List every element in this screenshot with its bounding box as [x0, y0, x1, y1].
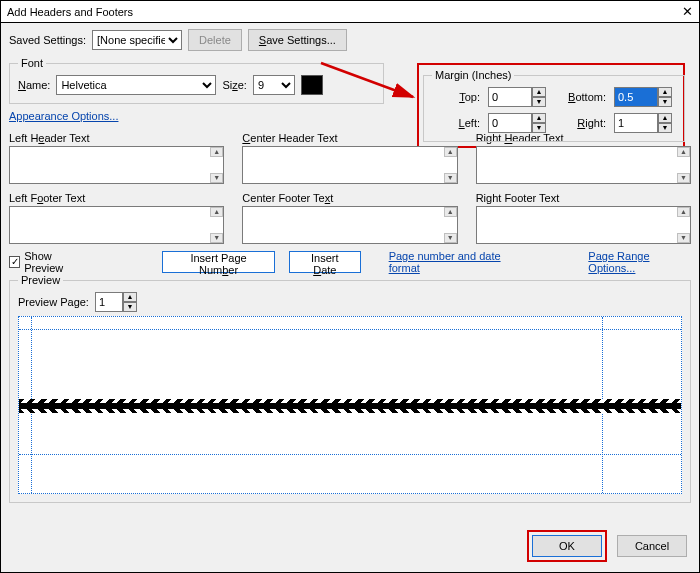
margin-right-spinner[interactable]: ▲▼ — [614, 113, 676, 133]
margin-top-input[interactable] — [488, 87, 532, 107]
font-color-swatch[interactable] — [301, 75, 323, 95]
cancel-button[interactable]: Cancel — [617, 535, 687, 557]
delete-button[interactable]: Delete — [188, 29, 242, 51]
spinner-arrows[interactable]: ▲▼ — [532, 113, 546, 133]
font-legend: Font — [18, 57, 46, 69]
save-settings-button[interactable]: Save Settings... — [248, 29, 347, 51]
show-preview-checkbox[interactable]: ✓ Show Preview — [9, 250, 88, 274]
left-header-cell: Left Header Text ▲▼ — [9, 132, 224, 184]
insert-page-number-button[interactable]: Insert Page Number — [162, 251, 275, 273]
left-header-label: Left Header Text — [9, 132, 224, 144]
margin-left-input[interactable] — [488, 113, 532, 133]
center-footer-cell: Center Footer Text ▲▼ — [242, 192, 457, 244]
margin-grid: Top: ▲▼ Bottom: ▲▼ Left: ▲▼ R — [432, 87, 676, 133]
page-range-options-link[interactable]: Page Range Options... — [588, 250, 691, 274]
spinner-arrows[interactable]: ▲▼ — [658, 87, 672, 107]
margin-legend: Margin (Inches) — [432, 69, 514, 81]
preview-page-input[interactable] — [95, 292, 123, 312]
mid-row: ✓ Show Preview Insert Page Number Insert… — [9, 250, 691, 274]
font-size-label: Size: — [222, 79, 246, 91]
dialog-buttons: OK Cancel — [527, 530, 687, 562]
margin-fieldset: Margin (Inches) Top: ▲▼ Bottom: ▲▼ Left: — [423, 69, 685, 142]
right-footer-label: Right Footer Text — [476, 192, 691, 204]
right-header-textarea[interactable]: ▲▼ — [476, 146, 691, 184]
center-footer-textarea[interactable]: ▲▼ — [242, 206, 457, 244]
left-footer-textarea[interactable]: ▲▼ — [9, 206, 224, 244]
font-area: Font Name: Helvetica Size: 9 Appearance … — [9, 57, 384, 122]
spinner-arrows[interactable]: ▲▼ — [658, 113, 672, 133]
appearance-options-link[interactable]: Appearance Options... — [9, 110, 118, 122]
center-footer-label: Center Footer Text — [242, 192, 457, 204]
preview-fieldset: Preview Preview Page: ▲▼ — [9, 274, 691, 503]
preview-guide-bottom — [19, 454, 681, 455]
ok-highlight-box: OK — [527, 530, 607, 562]
preview-header-row: Preview Page: ▲▼ — [18, 292, 682, 312]
page-number-format-link[interactable]: Page number and date format — [389, 250, 524, 274]
spinner-arrows[interactable]: ▲▼ — [532, 87, 546, 107]
preview-page-break-icon — [19, 401, 681, 411]
right-footer-textarea[interactable]: ▲▼ — [476, 206, 691, 244]
dialog-content: Saved Settings: [None specified] Delete … — [1, 23, 699, 572]
margin-right-input[interactable] — [614, 113, 658, 133]
margin-left-label: Left: — [432, 117, 480, 129]
saved-settings-row: Saved Settings: [None specified] Delete … — [9, 29, 691, 51]
preview-page-spinner[interactable]: ▲▼ — [95, 292, 137, 312]
left-footer-cell: Left Footer Text ▲▼ — [9, 192, 224, 244]
preview-page-label: Preview Page: — [18, 296, 89, 308]
show-preview-label: Show Preview — [24, 250, 88, 274]
window-title: Add Headers and Footers — [7, 6, 133, 18]
insert-date-button[interactable]: Insert Date — [289, 251, 361, 273]
center-header-textarea[interactable]: ▲▼ — [242, 146, 457, 184]
saved-settings-select[interactable]: [None specified] — [92, 30, 182, 50]
font-name-label: Name: — [18, 79, 50, 91]
font-size-select[interactable]: 9 — [253, 75, 295, 95]
margin-top-spinner[interactable]: ▲▼ — [488, 87, 550, 107]
left-footer-label: Left Footer Text — [9, 192, 224, 204]
saved-settings-label: Saved Settings: — [9, 34, 86, 46]
margin-bottom-spinner[interactable]: ▲▼ — [614, 87, 676, 107]
spinner-arrows[interactable]: ▲▼ — [123, 292, 137, 312]
left-header-textarea[interactable]: ▲▼ — [9, 146, 224, 184]
dialog-window: Add Headers and Footers ✕ Saved Settings… — [0, 0, 700, 573]
font-row: Name: Helvetica Size: 9 — [18, 75, 375, 95]
preview-legend: Preview — [18, 274, 63, 286]
font-name-select[interactable]: Helvetica — [56, 75, 216, 95]
header-footer-grid: Left Header Text ▲▼ Center Header Text ▲… — [9, 132, 691, 244]
margin-right-label: Right: — [558, 117, 606, 129]
margin-bottom-input[interactable] — [614, 87, 658, 107]
preview-canvas — [18, 316, 682, 494]
right-footer-cell: Right Footer Text ▲▼ — [476, 192, 691, 244]
margin-bottom-label: Bottom: — [558, 91, 606, 103]
titlebar: Add Headers and Footers ✕ — [1, 1, 699, 23]
margin-top-label: Top: — [432, 91, 480, 103]
checkbox-box-icon: ✓ — [9, 256, 20, 268]
ok-button[interactable]: OK — [532, 535, 602, 557]
close-icon[interactable]: ✕ — [682, 4, 693, 19]
margin-left-spinner[interactable]: ▲▼ — [488, 113, 550, 133]
margin-highlight-box: Margin (Inches) Top: ▲▼ Bottom: ▲▼ Left: — [417, 63, 685, 148]
preview-guide-top — [19, 329, 681, 330]
font-fieldset: Font Name: Helvetica Size: 9 — [9, 57, 384, 104]
